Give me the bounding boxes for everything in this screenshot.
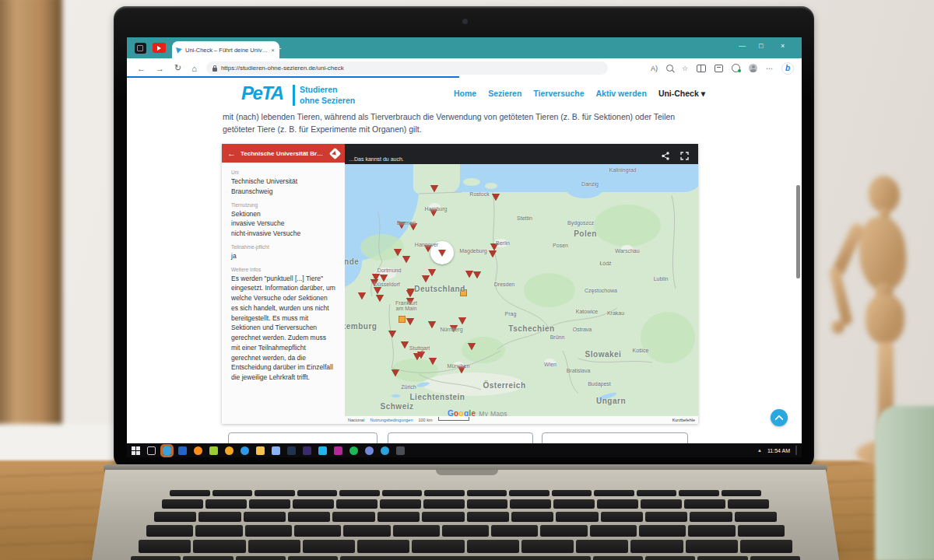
tab-close-icon[interactable]: × [271,47,275,54]
tab-group-icon[interactable] [135,43,146,54]
task-view-button[interactable] [147,446,156,455]
map-canvas[interactable]: GoogleMy Maps Nacional Nutzungsbedingung… [345,164,698,424]
url-text[interactable]: https://studieren-ohne-sezieren.de/uni-c… [221,65,344,72]
scrollbar-thumb[interactable] [796,185,800,278]
back-arrow-icon[interactable]: ← [227,149,236,158]
taskbar-app-icon[interactable] [178,446,187,455]
directions-icon[interactable] [329,147,342,159]
list-item[interactable] [228,432,377,443]
keyboard-key [236,556,286,560]
map-marker[interactable] [430,185,438,192]
map-marker[interactable] [465,271,473,278]
map-marker[interactable] [406,290,414,297]
keyboard-key [212,490,253,496]
search-icon[interactable] [666,65,673,72]
taskbar-app-icon[interactable] [163,446,171,455]
nav-item-uni-check-[interactable]: Uni-Check ▾ [658,89,705,98]
peta-logo[interactable]: PeTA [241,82,283,104]
keyboard-row [146,525,785,537]
taskbar-app-icon[interactable] [241,446,249,455]
map-marker[interactable] [406,318,414,325]
taskbar-app-icon[interactable] [209,446,218,455]
taskbar-app-icon[interactable] [318,446,327,455]
taskbar-app-icon[interactable] [365,446,374,455]
map-marker[interactable] [394,249,402,256]
map-label-country: Tschechien [508,324,554,333]
map-label-city: Wien [544,362,557,367]
favorites-icon[interactable]: ☆ [682,65,688,72]
browser-essentials-icon[interactable] [732,64,740,72]
refresh-icon[interactable]: ↻ [174,63,181,73]
back-icon[interactable]: ← [137,64,146,73]
nav-item-tierversuche[interactable]: Tierversuche [533,89,584,98]
map-marker[interactable] [374,287,381,294]
shortcuts-link[interactable]: Kurzbefehle [672,418,695,422]
taskbar-app-icon[interactable] [349,446,358,455]
field-value: Es werden "punktuell [...] Tiere" einges… [231,274,335,383]
keyboard-key [248,540,300,553]
maximize-button[interactable]: □ [759,42,763,50]
map-marker[interactable] [458,317,466,324]
taskbar-app-icon[interactable] [381,446,389,455]
map-marker[interactable] [428,269,436,276]
close-button[interactable]: × [781,42,785,50]
tab-favicon-icon [176,46,183,54]
map-marker[interactable] [388,331,396,338]
taskbar-app-icon[interactable] [225,446,234,455]
taskbar-app-icon[interactable] [256,446,265,455]
fullscreen-icon[interactable] [680,152,689,160]
collections-icon[interactable] [715,65,723,72]
map-marker[interactable] [417,352,425,359]
terms-link[interactable]: Nutzungsbedingungen [370,418,413,422]
map-marker-orange[interactable] [399,316,406,323]
nav-item-sezieren[interactable]: Sezieren [488,89,521,98]
map-marker[interactable] [392,369,399,376]
taskbar-clock[interactable]: 11:54 AM [767,448,790,453]
show-desktop-button[interactable] [795,446,797,455]
nav-item-aktiv-werden[interactable]: Aktiv werden [596,89,647,98]
map-marker[interactable] [422,275,430,282]
map-marker[interactable] [468,343,476,350]
keyboard-key [255,490,295,496]
map-label-city: Prag [505,311,517,317]
map-marker[interactable] [358,292,366,299]
map-marker[interactable] [428,321,436,328]
read-aloud-icon[interactable]: A) [651,65,658,72]
scroll-to-top-button[interactable] [771,409,788,426]
keyboard-key [162,499,203,509]
minimize-button[interactable]: — [739,42,746,50]
map-marker[interactable] [473,271,481,278]
field-value: nicht-invasive Versuche [231,229,335,239]
split-screen-icon[interactable] [697,65,706,72]
map-marker[interactable] [492,194,500,201]
map-marker[interactable] [401,341,409,348]
map-marker[interactable] [380,275,388,282]
nav-item-home[interactable]: Home [454,89,476,98]
taskbar-app-icon[interactable] [396,446,405,455]
active-tab[interactable]: Uni-Check – Führt deine Univers × [172,41,279,58]
keyboard-key [393,525,440,537]
taskbar-app-icon[interactable] [272,446,280,455]
bing-chat-icon[interactable]: b [781,62,794,75]
taskbar-app-icon[interactable] [194,446,202,455]
tray-chevron-icon[interactable]: ▲ [757,448,762,453]
new-tab-button[interactable]: + [276,44,281,53]
map-marker[interactable] [376,295,384,302]
map-marker[interactable] [429,358,437,365]
list-item[interactable] [542,432,688,443]
youtube-pinned-tab[interactable] [153,43,166,53]
list-item[interactable] [388,432,533,443]
map-marker[interactable] [489,250,497,257]
taskbar-app-icon[interactable] [303,446,311,455]
share-icon[interactable] [662,152,669,160]
map-marker[interactable] [402,256,410,263]
taskbar-app-icon[interactable] [287,446,296,455]
start-button[interactable] [132,446,140,455]
home-icon[interactable]: ⌂ [191,64,197,73]
settings-more-icon[interactable]: ⋯ [766,65,773,72]
forward-icon[interactable]: → [156,64,164,73]
profile-avatar[interactable] [749,64,757,72]
laptop-base [92,470,839,560]
taskbar-app-icon[interactable] [334,446,342,455]
address-bar[interactable]: https://studieren-ohne-sezieren.de/uni-c… [206,61,608,75]
